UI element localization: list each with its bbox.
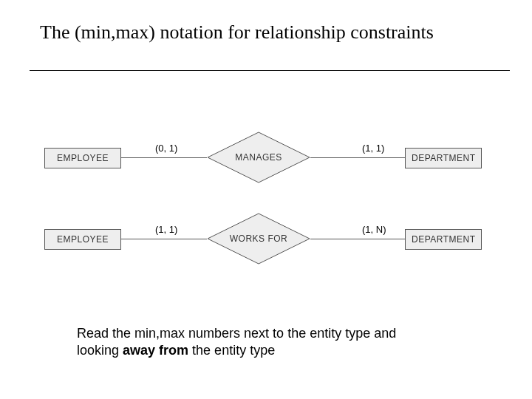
entity-department-1: DEPARTMENT [405,148,482,168]
slide-title: The (min,max) notation for relationship … [40,21,502,44]
explanation-bold: away from [123,343,188,358]
cardinality-label: (1, 1) [362,143,384,154]
entity-employee-2: EMPLOYEE [44,229,121,250]
entity-label: EMPLOYEE [57,234,109,245]
entity-employee-1: EMPLOYEE [44,148,121,168]
connector-line [310,157,405,158]
entity-label: EMPLOYEE [57,153,109,163]
connector-line [121,239,207,239]
er-diagram: EMPLOYEE (0, 1) MANAGES (1, 1) DEPARTMEN… [44,118,502,281]
title-underline [30,70,510,71]
entity-department-2: DEPARTMENT [405,229,482,250]
relationship-works-for: WORKS FOR [207,213,310,265]
relationship-label: MANAGES [235,152,282,163]
title-text: The (min,max) notation for relationship … [40,21,502,44]
cardinality-label: (1, N) [362,224,386,235]
connector-line [310,239,405,239]
connector-line [121,157,207,158]
entity-label: DEPARTMENT [412,234,476,245]
entity-label: DEPARTMENT [412,153,476,163]
cardinality-label: (0, 1) [155,143,177,154]
cardinality-label: (1, 1) [155,224,177,235]
explanation-text: Read the min,max numbers next to the ent… [77,325,424,360]
relationship-label: WORKS FOR [230,233,288,244]
relationship-manages: MANAGES [207,132,310,183]
explanation-post: the entity type [188,343,275,358]
